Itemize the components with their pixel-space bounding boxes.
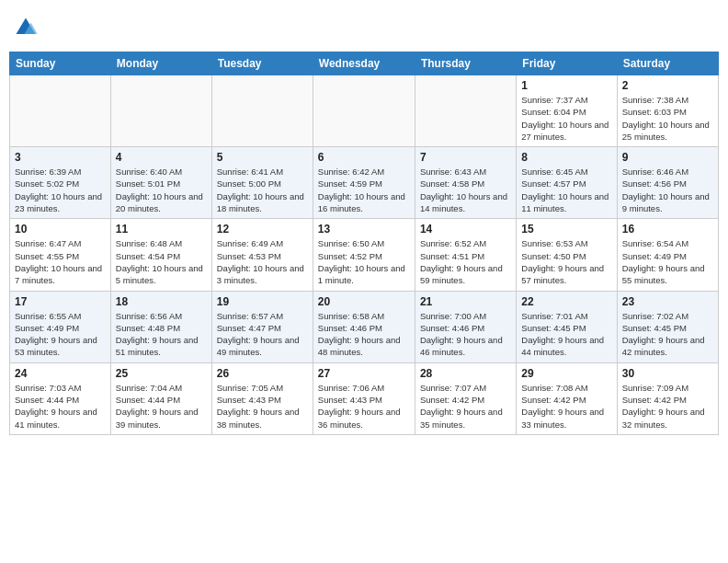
calendar-cell: 14Sunrise: 6:52 AMSunset: 4:51 PMDayligh…: [415, 219, 516, 291]
calendar-cell: 6Sunrise: 6:42 AMSunset: 4:59 PMDaylight…: [313, 147, 415, 219]
day-info: Sunrise: 7:09 AMSunset: 4:42 PMDaylight:…: [622, 382, 713, 431]
day-number: 5: [217, 151, 308, 164]
day-info: Sunrise: 6:47 AMSunset: 4:55 PMDaylight:…: [15, 237, 106, 286]
day-number: 7: [420, 151, 511, 164]
day-info: Sunrise: 6:58 AMSunset: 4:46 PMDaylight:…: [318, 310, 410, 359]
day-info: Sunrise: 6:43 AMSunset: 4:58 PMDaylight:…: [420, 166, 511, 214]
page-header: [9, 9, 719, 46]
calendar-cell: 10Sunrise: 6:47 AMSunset: 4:55 PMDayligh…: [10, 219, 111, 291]
calendar-cell: 16Sunrise: 6:54 AMSunset: 4:49 PMDayligh…: [617, 219, 718, 291]
day-info: Sunrise: 6:53 AMSunset: 4:50 PMDaylight:…: [521, 237, 611, 286]
day-info: Sunrise: 6:40 AMSunset: 5:01 PMDaylight:…: [116, 166, 207, 214]
day-number: 10: [15, 223, 106, 236]
day-number: 9: [622, 151, 713, 164]
day-number: 15: [521, 223, 611, 236]
day-number: 14: [420, 223, 511, 236]
day-number: 30: [622, 367, 713, 380]
calendar-cell: 15Sunrise: 6:53 AMSunset: 4:50 PMDayligh…: [517, 219, 617, 291]
calendar-cell: 17Sunrise: 6:55 AMSunset: 4:49 PMDayligh…: [10, 291, 111, 362]
calendar-cell: [10, 75, 111, 147]
day-info: Sunrise: 6:45 AMSunset: 4:57 PMDaylight:…: [521, 166, 611, 214]
day-info: Sunrise: 6:39 AMSunset: 5:02 PMDaylight:…: [15, 166, 106, 214]
calendar-cell: 22Sunrise: 7:01 AMSunset: 4:45 PMDayligh…: [517, 291, 617, 362]
day-info: Sunrise: 7:06 AMSunset: 4:43 PMDaylight:…: [318, 382, 410, 431]
weekday-header-friday: Friday: [517, 52, 617, 75]
weekday-header-thursday: Thursday: [415, 52, 516, 75]
day-number: 23: [622, 295, 713, 308]
calendar: SundayMondayTuesdayWednesdayThursdayFrid…: [9, 52, 719, 435]
day-number: 22: [521, 295, 611, 308]
calendar-cell: [313, 75, 415, 147]
day-number: 16: [622, 223, 713, 236]
calendar-cell: 4Sunrise: 6:40 AMSunset: 5:01 PMDaylight…: [110, 147, 211, 219]
calendar-cell: [211, 75, 313, 147]
day-info: Sunrise: 6:52 AMSunset: 4:51 PMDaylight:…: [420, 237, 511, 286]
calendar-cell: [415, 75, 516, 147]
calendar-cell: 3Sunrise: 6:39 AMSunset: 5:02 PMDaylight…: [10, 147, 111, 219]
calendar-cell: [110, 75, 211, 147]
day-info: Sunrise: 7:05 AMSunset: 4:43 PMDaylight:…: [217, 382, 308, 431]
day-number: 29: [521, 367, 611, 380]
day-info: Sunrise: 7:04 AMSunset: 4:44 PMDaylight:…: [116, 382, 207, 431]
day-number: 13: [318, 223, 410, 236]
day-info: Sunrise: 6:55 AMSunset: 4:49 PMDaylight:…: [15, 310, 106, 359]
calendar-cell: 20Sunrise: 6:58 AMSunset: 4:46 PMDayligh…: [313, 291, 415, 362]
calendar-cell: 21Sunrise: 7:00 AMSunset: 4:46 PMDayligh…: [415, 291, 516, 362]
calendar-cell: 2Sunrise: 7:38 AMSunset: 6:03 PMDaylight…: [617, 75, 718, 147]
weekday-header-tuesday: Tuesday: [211, 52, 313, 75]
calendar-cell: 9Sunrise: 6:46 AMSunset: 4:56 PMDaylight…: [617, 147, 718, 219]
day-info: Sunrise: 6:50 AMSunset: 4:52 PMDaylight:…: [318, 237, 410, 286]
day-number: 12: [217, 223, 308, 236]
calendar-cell: 5Sunrise: 6:41 AMSunset: 5:00 PMDaylight…: [211, 147, 313, 219]
week-row-5: 24Sunrise: 7:03 AMSunset: 4:44 PMDayligh…: [10, 362, 719, 434]
weekday-header-saturday: Saturday: [617, 52, 718, 75]
calendar-cell: 29Sunrise: 7:08 AMSunset: 4:42 PMDayligh…: [517, 362, 617, 434]
calendar-cell: 8Sunrise: 6:45 AMSunset: 4:57 PMDaylight…: [517, 147, 617, 219]
day-number: 6: [318, 151, 410, 164]
day-info: Sunrise: 7:38 AMSunset: 6:03 PMDaylight:…: [622, 94, 713, 143]
calendar-cell: 27Sunrise: 7:06 AMSunset: 4:43 PMDayligh…: [313, 362, 415, 434]
weekday-header-row: SundayMondayTuesdayWednesdayThursdayFrid…: [10, 52, 719, 75]
day-number: 25: [116, 367, 207, 380]
weekday-header-wednesday: Wednesday: [313, 52, 415, 75]
week-row-3: 10Sunrise: 6:47 AMSunset: 4:55 PMDayligh…: [10, 219, 719, 291]
calendar-cell: 26Sunrise: 7:05 AMSunset: 4:43 PMDayligh…: [211, 362, 313, 434]
weekday-header-monday: Monday: [110, 52, 211, 75]
calendar-cell: 1Sunrise: 7:37 AMSunset: 6:04 PMDaylight…: [517, 75, 617, 147]
day-number: 3: [15, 151, 106, 164]
day-info: Sunrise: 6:54 AMSunset: 4:49 PMDaylight:…: [622, 237, 713, 286]
day-number: 2: [622, 79, 713, 92]
calendar-cell: 25Sunrise: 7:04 AMSunset: 4:44 PMDayligh…: [110, 362, 211, 434]
day-info: Sunrise: 7:00 AMSunset: 4:46 PMDaylight:…: [420, 310, 511, 359]
day-info: Sunrise: 6:49 AMSunset: 4:53 PMDaylight:…: [217, 237, 308, 286]
day-info: Sunrise: 6:46 AMSunset: 4:56 PMDaylight:…: [622, 166, 713, 214]
calendar-cell: 28Sunrise: 7:07 AMSunset: 4:42 PMDayligh…: [415, 362, 516, 434]
calendar-cell: 13Sunrise: 6:50 AMSunset: 4:52 PMDayligh…: [313, 219, 415, 291]
calendar-cell: 12Sunrise: 6:49 AMSunset: 4:53 PMDayligh…: [211, 219, 313, 291]
week-row-1: 1Sunrise: 7:37 AMSunset: 6:04 PMDaylight…: [10, 75, 719, 147]
day-info: Sunrise: 6:48 AMSunset: 4:54 PMDaylight:…: [116, 237, 207, 286]
calendar-cell: 19Sunrise: 6:57 AMSunset: 4:47 PMDayligh…: [211, 291, 313, 362]
day-info: Sunrise: 7:37 AMSunset: 6:04 PMDaylight:…: [521, 94, 611, 143]
week-row-4: 17Sunrise: 6:55 AMSunset: 4:49 PMDayligh…: [10, 291, 719, 362]
calendar-cell: 18Sunrise: 6:56 AMSunset: 4:48 PMDayligh…: [110, 291, 211, 362]
day-number: 20: [318, 295, 410, 308]
calendar-cell: 24Sunrise: 7:03 AMSunset: 4:44 PMDayligh…: [10, 362, 111, 434]
day-number: 8: [521, 151, 611, 164]
logo: [13, 15, 42, 40]
day-number: 27: [318, 367, 410, 380]
calendar-cell: 23Sunrise: 7:02 AMSunset: 4:45 PMDayligh…: [617, 291, 718, 362]
day-info: Sunrise: 7:01 AMSunset: 4:45 PMDaylight:…: [521, 310, 611, 359]
day-info: Sunrise: 7:08 AMSunset: 4:42 PMDaylight:…: [521, 382, 611, 431]
day-number: 4: [116, 151, 207, 164]
day-number: 1: [521, 79, 611, 92]
weekday-header-sunday: Sunday: [10, 52, 111, 75]
day-info: Sunrise: 6:56 AMSunset: 4:48 PMDaylight:…: [116, 310, 207, 359]
day-info: Sunrise: 6:57 AMSunset: 4:47 PMDaylight:…: [217, 310, 308, 359]
day-number: 21: [420, 295, 511, 308]
day-info: Sunrise: 7:03 AMSunset: 4:44 PMDaylight:…: [15, 382, 106, 431]
day-number: 18: [116, 295, 207, 308]
day-info: Sunrise: 6:42 AMSunset: 4:59 PMDaylight:…: [318, 166, 410, 214]
logo-icon: [13, 15, 39, 40]
calendar-cell: 30Sunrise: 7:09 AMSunset: 4:42 PMDayligh…: [617, 362, 718, 434]
